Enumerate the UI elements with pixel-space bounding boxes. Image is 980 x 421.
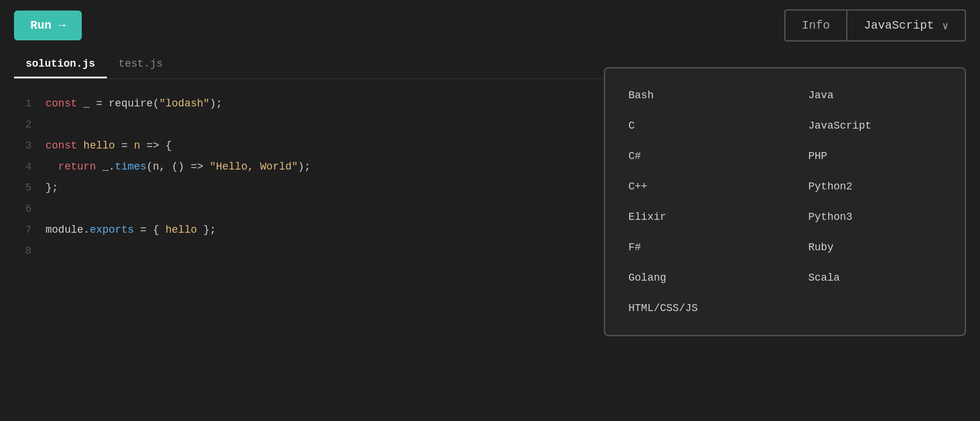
run-button[interactable]: Run →	[14, 11, 82, 40]
language-option-golang[interactable]: Golang	[605, 263, 785, 293]
tab-solution[interactable]: solution.js	[14, 51, 107, 78]
language-option-elixir[interactable]: Elixir	[605, 202, 785, 232]
line-content-1: const _ = require("lodash");	[46, 93, 222, 114]
language-option-ruby[interactable]: Ruby	[785, 232, 965, 263]
line-number-7: 7	[14, 219, 32, 240]
language-label: JavaScript	[864, 19, 934, 32]
language-selector[interactable]: JavaScript ∨	[847, 11, 965, 40]
line-content-8	[46, 240, 52, 261]
language-controls: Info JavaScript ∨	[784, 9, 966, 42]
line-content-7: module.exports = { hello };	[46, 219, 216, 240]
line-number-2: 2	[14, 114, 32, 135]
line-number-3: 3	[14, 135, 32, 156]
line-content-6	[46, 198, 52, 219]
language-dropdown: Bash Java C JavaScript C# PHP C++ Python…	[604, 67, 966, 336]
language-option-scala[interactable]: Scala	[785, 263, 965, 293]
language-option-java[interactable]: Java	[785, 80, 965, 111]
line-number-6: 6	[14, 198, 32, 219]
language-option-cpp[interactable]: C++	[605, 171, 785, 202]
line-content-2	[46, 114, 52, 135]
language-option-python2[interactable]: Python2	[785, 171, 965, 202]
language-option-bash[interactable]: Bash	[605, 80, 785, 111]
language-option-empty	[785, 293, 965, 323]
line-number-1: 1	[14, 93, 32, 114]
language-option-htmlcssjs[interactable]: HTML/CSS/JS	[605, 293, 785, 323]
tab-test[interactable]: test.js	[107, 51, 175, 78]
language-option-php[interactable]: PHP	[785, 141, 965, 171]
language-option-javascript[interactable]: JavaScript	[785, 111, 965, 141]
line-content-5: };	[46, 177, 58, 198]
top-bar: Run → Info JavaScript ∨	[0, 0, 980, 51]
line-number-4: 4	[14, 156, 32, 177]
language-list: Bash Java C JavaScript C# PHP C++ Python…	[605, 80, 965, 323]
line-number-8: 8	[14, 240, 32, 261]
info-button[interactable]: Info	[786, 11, 847, 40]
language-option-fsharp[interactable]: F#	[605, 232, 785, 263]
chevron-down-icon: ∨	[942, 19, 948, 32]
language-option-c[interactable]: C	[605, 111, 785, 141]
line-content-4: return _.times(n, () => "Hello, World");	[46, 156, 311, 177]
line-number-5: 5	[14, 177, 32, 198]
language-option-python3[interactable]: Python3	[785, 202, 965, 232]
language-option-csharp[interactable]: C#	[605, 141, 785, 171]
line-content-3: const hello = n => {	[46, 135, 172, 156]
